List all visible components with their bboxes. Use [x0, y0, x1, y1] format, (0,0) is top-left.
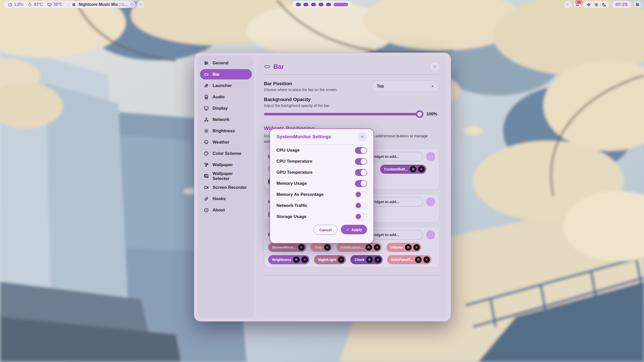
toggle-knob: [356, 203, 361, 208]
network-icon: [204, 117, 209, 122]
skull-button[interactable]: [119, 1, 126, 8]
widget-remove-button[interactable]: [413, 244, 420, 251]
widget-chip[interactable]: SidePanelT...: [387, 255, 432, 264]
toggle-switch[interactable]: [355, 158, 367, 165]
sidebar-item-audio[interactable]: Audio: [200, 92, 252, 102]
opacity-slider[interactable]: [264, 113, 422, 115]
widget-settings-button[interactable]: [410, 166, 416, 172]
add-widget-button[interactable]: [426, 230, 435, 239]
sidebar-item-about[interactable]: About: [200, 205, 252, 215]
widget-remove-button[interactable]: [374, 244, 380, 251]
bar-position-dropdown[interactable]: Top: [372, 81, 439, 92]
toggle-knob: [361, 181, 367, 187]
widget-chip[interactable]: CustomButt...: [380, 165, 426, 174]
toggle-switch[interactable]: [355, 169, 367, 176]
widget-chip-row: Brightness NightLight Clock SidePanelT..…: [268, 255, 435, 264]
sidebar-item-screen-recorder[interactable]: Screen Recorder: [200, 182, 252, 193]
widget-chip[interactable]: Volume: [386, 243, 421, 252]
sidebar-item-label: Brightness: [213, 128, 235, 133]
cancel-button[interactable]: Cancel: [313, 225, 337, 235]
sidebar-item-general[interactable]: General: [200, 58, 252, 68]
sidebar-item-brightness[interactable]: Brightness: [200, 126, 252, 136]
stat-item: 1.8%: [8, 2, 23, 7]
toggle-switch[interactable]: [355, 202, 367, 209]
apps-overview-button[interactable]: [634, 1, 641, 8]
night-light-off-icon[interactable]: [602, 3, 606, 7]
widget-chip[interactable]: NightLight: [314, 255, 346, 264]
sidebar-item-display[interactable]: Display: [200, 103, 252, 113]
add-widget-button[interactable]: [426, 197, 435, 206]
sidebar-item-label: Display: [213, 106, 228, 111]
widget-remove-button[interactable]: [418, 166, 425, 172]
tray-app-button[interactable]: [564, 1, 571, 8]
workspace-dot-6[interactable]: [334, 3, 348, 6]
opacity-value: 100%: [426, 112, 439, 117]
dialog-close-button[interactable]: [357, 132, 367, 142]
sidebar-item-label: Screen Recorder: [213, 185, 247, 190]
top-bar: 1.8% 43°C 38°C 9.7G Nightcore Music Mix …: [0, 0, 644, 9]
widget-chip-row: ScreenReco... Tray Notification... Volum…: [268, 243, 435, 252]
workspace-dot-3[interactable]: [311, 3, 316, 6]
widget-chip-label: SidePanelT...: [391, 258, 414, 262]
brightness-icon[interactable]: [594, 3, 598, 7]
sidebar-item-label: Wallpaper Selector: [213, 171, 248, 181]
gallery-icon: [204, 174, 209, 179]
volume-icon[interactable]: [586, 3, 591, 7]
window-close-button[interactable]: [430, 62, 439, 71]
sidebar-item-hooks[interactable]: Hooks: [200, 194, 252, 204]
tray-cluster: 10 00:28: [564, 1, 641, 8]
widget-settings-button[interactable]: [366, 256, 373, 263]
opacity-slider-knob[interactable]: [416, 110, 423, 118]
toggle-knob: [361, 170, 367, 175]
toggle-label: CPU Temperature: [276, 159, 312, 164]
sidebar-item-weather[interactable]: Weather: [200, 137, 252, 147]
widget-settings-button[interactable]: [415, 256, 422, 263]
widget-chip[interactable]: Notification...: [337, 243, 382, 252]
toggle-row-memory-as-percentage: Memory As Percentage: [276, 189, 367, 200]
notifications-button[interactable]: 10: [574, 1, 581, 8]
sidebar-item-bar[interactable]: Bar: [200, 69, 252, 79]
widget-chip[interactable]: Tray: [311, 243, 332, 252]
widget-remove-button[interactable]: [324, 244, 331, 251]
widget-chip[interactable]: Brightness: [268, 255, 309, 264]
workspace-switcher[interactable]: [293, 1, 351, 8]
sidebar-item-network[interactable]: Network: [200, 114, 252, 125]
widget-remove-button[interactable]: [338, 256, 344, 263]
widget-chip[interactable]: Clock: [350, 255, 383, 264]
widget-settings-button[interactable]: [293, 256, 300, 263]
workspace-dot-4[interactable]: [318, 3, 324, 6]
sidebar-item-label: Weather: [213, 140, 229, 145]
heart-button-2[interactable]: [137, 1, 144, 8]
workspace-dot-1[interactable]: [296, 3, 301, 6]
toggle-switch[interactable]: [355, 147, 367, 154]
apply-button[interactable]: Apply: [341, 225, 367, 234]
widget-chip[interactable]: ScreenReco...: [268, 243, 306, 252]
toggle-switch[interactable]: [355, 213, 367, 220]
toggle-label: CPU Usage: [276, 148, 300, 153]
toggle-knob: [361, 159, 367, 164]
toggle-row-cpu-usage: CPU Usage: [276, 145, 367, 156]
clock[interactable]: 00:28: [612, 1, 631, 8]
sidebar-item-launcher[interactable]: Launcher: [200, 80, 252, 91]
workspace-dot-5[interactable]: [326, 3, 331, 6]
rocket-icon: [204, 83, 209, 88]
workspace-dot-2[interactable]: [303, 3, 308, 6]
heart-button-1[interactable]: [128, 1, 135, 8]
sidebar-item-wallpaper[interactable]: Wallpaper: [200, 160, 252, 170]
sidebar-item-label: Hooks: [213, 196, 226, 201]
toggle-switch[interactable]: [355, 191, 367, 198]
sidebar-item-wallpaper-selector[interactable]: Wallpaper Selector: [200, 171, 252, 181]
widget-remove-button[interactable]: [423, 256, 430, 263]
notification-count-badge: 10: [575, 0, 583, 5]
toggle-label: Storage Usage: [276, 214, 306, 219]
sidebar-item-color-scheme[interactable]: Color Scheme: [200, 148, 252, 159]
grid-plus-icon: [635, 3, 639, 7]
widget-remove-button[interactable]: [375, 256, 381, 263]
widget-remove-button[interactable]: [298, 244, 305, 251]
toggle-switch[interactable]: [355, 180, 367, 187]
add-widget-button[interactable]: [426, 152, 435, 161]
widget-remove-button[interactable]: [301, 256, 308, 263]
roller-icon: [204, 162, 209, 167]
widget-settings-button[interactable]: [405, 244, 412, 251]
widget-settings-button[interactable]: [366, 244, 372, 251]
